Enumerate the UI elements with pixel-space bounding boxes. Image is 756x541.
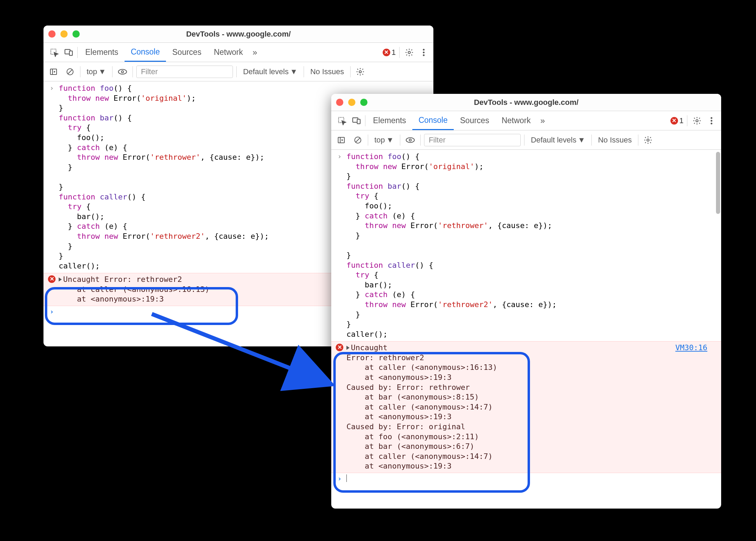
gear-icon[interactable] [403,46,415,59]
error-message: Uncaught Error: rethrower2 at caller (<a… [346,343,718,471]
svg-point-25 [406,138,414,142]
minimize-icon[interactable] [348,99,355,106]
input-chevron-icon: › [333,152,346,339]
svg-rect-16 [357,119,360,124]
error-count-badge[interactable]: ✕ 1 [670,116,684,125]
tab-network[interactable]: Network [495,111,537,130]
zoom-icon[interactable] [72,30,80,38]
svg-point-13 [359,70,362,73]
filter-input[interactable] [136,66,233,78]
svg-point-3 [408,51,411,53]
svg-point-6 [423,54,425,56]
disclosure-triangle-icon[interactable] [346,346,350,350]
log-levels-selector[interactable]: Default levels ▼ [528,136,588,145]
svg-point-12 [121,71,124,73]
tab-network[interactable]: Network [208,43,249,62]
panel-tabs: Elements Console Sources Network » ✕ 1 [43,43,433,62]
error-count: 1 [679,116,684,125]
kebab-icon[interactable] [418,46,430,59]
chevron-down-icon: ▼ [578,136,585,145]
devtools-window-b: DevTools - www.google.com/ Elements Cons… [331,94,721,509]
panel-tabs: Elements Console Sources Network » ✕ 1 [331,111,721,130]
inspect-icon[interactable] [47,45,61,60]
tab-console[interactable]: Console [412,111,454,130]
device-toggle-icon[interactable] [349,114,364,128]
error-count: 1 [392,48,396,57]
tab-elements[interactable]: Elements [367,111,412,130]
error-icon: ✕ [336,344,343,351]
svg-rect-2 [69,51,72,55]
tab-elements[interactable]: Elements [79,43,125,62]
traffic-lights [336,99,367,106]
tab-console[interactable]: Console [125,43,166,62]
console-error-row[interactable]: ✕ Uncaught Error: rethrower2 at caller (… [331,341,721,473]
error-icon: ✕ [383,49,390,56]
more-tabs-icon[interactable]: » [537,116,548,126]
more-tabs-icon[interactable]: » [249,48,261,57]
console-output: › function foo() { throw new Error('orig… [331,150,721,509]
svg-point-5 [423,51,425,53]
filter-input[interactable] [424,134,521,146]
levels-label: Default levels [243,67,288,76]
inspect-icon[interactable] [335,114,349,128]
sidebar-toggle-icon[interactable] [47,65,60,78]
source-link[interactable]: VM30:16 [675,343,707,353]
tab-sources[interactable]: Sources [166,43,207,62]
chevron-down-icon: ▼ [386,136,394,145]
issues-label[interactable]: No Issues [307,67,347,76]
error-icon: ✕ [48,275,56,283]
disclosure-triangle-icon[interactable] [59,277,62,282]
clear-console-icon[interactable] [63,65,77,78]
sidebar-toggle-icon[interactable] [335,134,348,147]
log-levels-selector[interactable]: Default levels ▼ [240,67,300,76]
console-input-echo: › function foo() { throw new Error('orig… [331,150,721,341]
error-icon: ✕ [670,117,678,125]
close-icon[interactable] [48,30,56,38]
scrollbar-thumb[interactable] [716,152,720,214]
svg-point-4 [423,49,425,50]
kebab-icon[interactable] [705,115,718,127]
tab-sources[interactable]: Sources [454,111,495,130]
device-toggle-icon[interactable] [61,45,76,60]
console-prompt[interactable]: › [331,473,721,484]
close-icon[interactable] [336,99,343,106]
svg-point-18 [711,117,713,119]
titlebar: DevTools - www.google.com/ [331,94,721,111]
titlebar: DevTools - www.google.com/ [43,26,433,43]
svg-point-11 [118,69,127,74]
input-chevron-icon: › [45,83,59,271]
clear-console-icon[interactable] [351,134,364,147]
svg-line-24 [356,138,360,142]
prompt-chevron-icon: › [333,474,346,483]
svg-point-17 [696,119,698,122]
gear-icon[interactable] [691,115,703,127]
svg-point-19 [711,120,713,121]
minimize-icon[interactable] [60,30,68,38]
issues-label[interactable]: No Issues [595,136,635,145]
zoom-icon[interactable] [360,99,367,106]
window-title: DevTools - www.google.com/ [43,30,433,39]
prompt-chevron-icon: › [45,307,59,316]
context-selector[interactable]: top ▼ [84,67,109,76]
chevron-down-icon: ▼ [99,67,106,76]
console-toolbar: top ▼ Default levels ▼ No Issues [43,62,433,81]
levels-label: Default levels [531,136,576,145]
svg-point-20 [711,122,713,124]
error-count-badge[interactable]: ✕ 1 [383,48,396,57]
live-expression-icon[interactable] [116,65,129,78]
code-content: function foo() { throw new Error('origin… [346,152,718,339]
live-expression-icon[interactable] [404,134,417,147]
context-selector[interactable]: top ▼ [372,136,396,145]
chevron-down-icon: ▼ [290,67,297,76]
svg-rect-21 [338,137,344,143]
window-title: DevTools - www.google.com/ [331,98,721,107]
console-settings-icon[interactable] [642,134,654,146]
svg-point-26 [409,139,411,141]
console-toolbar: top ▼ Default levels ▼ No Issues [331,130,721,150]
console-settings-icon[interactable] [354,66,366,78]
traffic-lights [48,30,80,38]
svg-point-27 [647,139,649,141]
context-label: top [87,67,97,76]
svg-line-10 [68,70,72,74]
svg-rect-7 [50,69,57,75]
